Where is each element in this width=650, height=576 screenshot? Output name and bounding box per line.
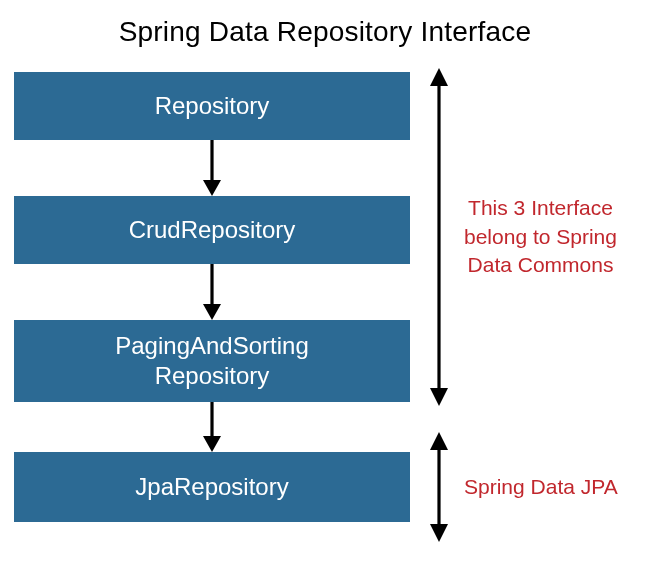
svg-marker-1 <box>203 180 221 196</box>
svg-marker-5 <box>203 436 221 452</box>
svg-marker-8 <box>430 388 448 406</box>
box-paging-sorting-label: PagingAndSorting Repository <box>115 331 308 391</box>
svg-marker-3 <box>203 304 221 320</box>
annotation-commons: This 3 Interface belong to Spring Data C… <box>464 194 617 279</box>
box-repository: Repository <box>14 72 410 140</box>
arrow-down-icon <box>201 140 223 196</box>
svg-marker-11 <box>430 524 448 542</box>
diagram-title: Spring Data Repository Interface <box>0 0 650 62</box>
annotation-commons-line3: Data Commons <box>468 253 614 276</box>
arrow-down-icon <box>201 402 223 452</box>
arrow-3 <box>14 402 410 452</box>
bracket-top-group: This 3 Interface belong to Spring Data C… <box>428 68 617 406</box>
arrow-1 <box>14 140 410 196</box>
svg-marker-7 <box>430 68 448 86</box>
arrow-down-icon <box>201 264 223 320</box>
annotation-commons-line2: belong to Spring <box>464 225 617 248</box>
box-jpa-repository-label: JpaRepository <box>135 472 288 502</box>
diagram-canvas: Repository CrudRepository PagingAndSorti… <box>14 72 636 562</box>
double-arrow-icon <box>428 68 450 406</box>
bracket-bottom-group: Spring Data JPA <box>428 432 618 542</box>
box-crud-repository: CrudRepository <box>14 196 410 264</box>
box-paging-sorting-line2: Repository <box>155 362 270 389</box>
box-paging-sorting-line1: PagingAndSorting <box>115 332 308 359</box>
svg-marker-10 <box>430 432 448 450</box>
double-arrow-icon <box>428 432 450 542</box>
box-repository-label: Repository <box>155 91 270 121</box>
annotation-jpa: Spring Data JPA <box>464 473 618 501</box>
box-crud-repository-label: CrudRepository <box>129 215 296 245</box>
annotation-commons-line1: This 3 Interface <box>468 196 613 219</box>
arrow-2 <box>14 264 410 320</box>
box-paging-sorting-repository: PagingAndSorting Repository <box>14 320 410 402</box>
box-jpa-repository: JpaRepository <box>14 452 410 522</box>
hierarchy-column: Repository CrudRepository PagingAndSorti… <box>14 72 410 522</box>
